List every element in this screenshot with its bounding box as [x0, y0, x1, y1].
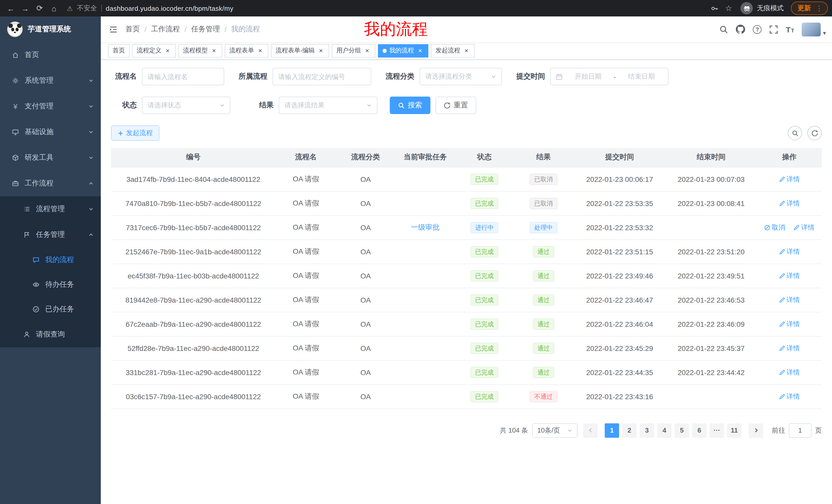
sidebar-item-payment[interactable]: ¥ 支付管理 [0, 93, 101, 119]
filter-row-2: 状态 请选择状态 结果 请选择流结果 [111, 96, 822, 114]
detail-link[interactable]: 详情 [779, 199, 800, 208]
tab[interactable]: 首页 [108, 44, 130, 57]
page-number-button[interactable]: 2 [622, 423, 636, 438]
page-number-button[interactable]: 3 [640, 423, 654, 438]
cell-process-name: OA 请假 [276, 360, 336, 384]
result-select[interactable]: 请选择流结果 [279, 96, 378, 114]
cancel-link[interactable]: 取消 [764, 223, 785, 232]
incognito-profile-chip[interactable]: 无痕模式 [740, 2, 784, 15]
sidebar-item-workflow[interactable]: 工作流程 [0, 171, 101, 196]
detail-link[interactable]: 详情 [779, 247, 800, 256]
status-select[interactable]: 请选择状态 [142, 96, 230, 114]
cancel-icon [764, 224, 770, 230]
url-text[interactable]: dashboard.yudao.iocoder.cn/bpm/task/my [106, 4, 233, 12]
page-number-button[interactable]: 11 [727, 423, 742, 438]
cell-process-name: OA 请假 [276, 215, 336, 240]
sidebar-item-process-management[interactable]: 流程管理 [0, 196, 101, 222]
current-task-link[interactable]: 一级审批 [411, 223, 440, 231]
tab[interactable]: 用户分组 × [332, 44, 375, 57]
tab-close-icon[interactable]: × [257, 47, 264, 54]
chevron-down-icon [567, 428, 572, 433]
sidebar-item-done-tasks[interactable]: 已办任务 [0, 297, 101, 321]
goto-page-input[interactable] [789, 423, 811, 438]
page-number-button[interactable]: 6 [692, 423, 706, 438]
tab-close-icon[interactable]: × [317, 47, 324, 54]
sidebar-item-system[interactable]: 系统管理 [0, 68, 101, 93]
sidebar-item-todo-tasks[interactable]: 待办任务 [0, 272, 101, 297]
category-select[interactable]: 请选择流程分类 [420, 68, 502, 85]
help-icon[interactable]: ? [753, 25, 761, 34]
toggle-search-button[interactable] [788, 126, 802, 140]
cell-submit-time: 2022-01-22 23:53:35 [574, 191, 666, 215]
detail-label: 详情 [786, 271, 800, 280]
tab[interactable]: 流程模型 × [178, 44, 222, 57]
tab-close-icon[interactable]: × [463, 47, 470, 54]
page-size-select[interactable]: 10条/页 [532, 423, 577, 438]
detail-link[interactable]: 详情 [794, 223, 814, 232]
tab[interactable]: 我的流程 × [378, 44, 428, 57]
bookmark-star-icon[interactable]: ☆ [722, 2, 735, 15]
forward-icon[interactable]: → [19, 2, 32, 15]
tab-close-icon[interactable]: × [364, 47, 371, 54]
fullscreen-icon[interactable] [769, 25, 778, 34]
reset-button[interactable]: 重置 [436, 96, 476, 114]
tab[interactable]: 流程表单 × [225, 44, 268, 57]
tab[interactable]: 流程定义 × [132, 44, 176, 57]
password-key-icon[interactable] [707, 2, 721, 15]
reload-icon[interactable]: ⟳ [33, 2, 46, 15]
tab-close-icon[interactable]: × [417, 47, 424, 54]
column-header: 操作 [757, 148, 822, 167]
next-page-button[interactable] [749, 423, 763, 438]
browser-chrome: ← → ⟳ ⌂ ⚠ 不安全 dashboard.yudao.iocoder.cn… [0, 0, 832, 17]
logo[interactable]: 芋道管理系统 [0, 17, 101, 42]
tab-close-icon[interactable]: × [210, 47, 217, 54]
sidebar-item-devtools[interactable]: 研发工具 [0, 145, 101, 171]
back-icon[interactable]: ← [4, 2, 18, 15]
owner-process-input[interactable] [278, 73, 366, 80]
refresh-table-button[interactable] [807, 126, 822, 140]
menu-kebab-icon[interactable]: ⋮ [815, 4, 823, 12]
tab-close-icon[interactable]: × [164, 47, 171, 54]
page-number-button[interactable]: 1 [605, 423, 619, 438]
detail-link[interactable]: 详情 [779, 343, 800, 353]
chat-bubble-icon [32, 256, 40, 263]
detail-link[interactable]: 详情 [779, 319, 800, 329]
tab[interactable]: 流程表单-编辑 × [271, 44, 329, 57]
tab[interactable]: 发起流程 × [431, 44, 475, 57]
page-number-button[interactable]: ··· [710, 423, 724, 438]
search-button[interactable]: 搜索 [390, 96, 431, 114]
breadcrumb-current: 我的流程 [231, 25, 260, 34]
detail-link[interactable]: 详情 [779, 392, 800, 401]
detail-link[interactable]: 详情 [779, 295, 800, 304]
detail-link[interactable]: 详情 [779, 271, 800, 280]
detail-link[interactable]: 详情 [779, 174, 800, 184]
detail-label: 详情 [786, 174, 800, 184]
sidebar-item-task-management[interactable]: 任务管理 [0, 222, 101, 248]
cell-operations: 详情 [757, 240, 822, 263]
sidebar-item-infrastructure[interactable]: 基础设施 [0, 119, 101, 145]
address-bar[interactable]: ⚠ 不安全 dashboard.yudao.iocoder.cn/bpm/tas… [67, 4, 701, 13]
process-name-input[interactable] [148, 73, 218, 80]
github-icon[interactable] [736, 25, 745, 34]
sidebar-item-home[interactable]: 首页 [0, 42, 101, 68]
sidebar-item-leave-query[interactable]: 请假查询 [0, 321, 101, 347]
breadcrumb-workflow[interactable]: 工作流程 [151, 25, 180, 34]
breadcrumb-home[interactable]: 首页 [126, 25, 140, 34]
user-avatar-menu[interactable]: ▾ [802, 22, 826, 36]
sidebar-item-my-process[interactable]: 我的流程 [0, 248, 101, 272]
goto-suffix: 页 [815, 426, 822, 435]
status-label: 状态 [111, 101, 137, 110]
cell-category: OA [336, 288, 395, 312]
breadcrumb-task-management[interactable]: 任务管理 [191, 25, 220, 34]
submit-time-range-picker[interactable]: 开始日期 - 结束日期 [550, 68, 669, 85]
search-icon[interactable] [719, 25, 728, 34]
font-size-icon[interactable]: TT [786, 25, 794, 34]
page-number-button[interactable]: 5 [675, 423, 689, 438]
hamburger-icon[interactable] [101, 17, 126, 42]
detail-link[interactable]: 详情 [779, 368, 800, 377]
update-button[interactable]: 更新 ⋮ [791, 2, 828, 15]
create-process-button[interactable]: 发起流程 [111, 125, 159, 141]
prev-page-button[interactable] [583, 423, 598, 438]
browser-home-icon[interactable]: ⌂ [47, 2, 61, 15]
page-number-button[interactable]: 4 [657, 423, 672, 438]
